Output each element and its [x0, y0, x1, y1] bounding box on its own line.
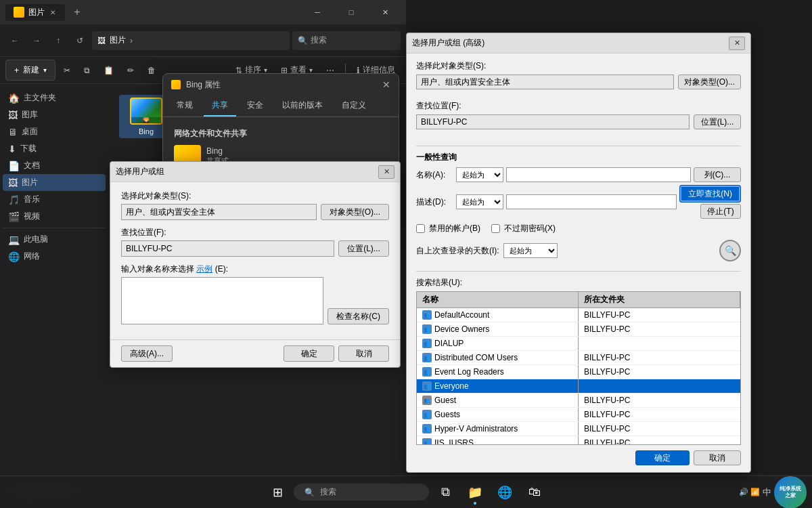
result-name: Device Owners: [434, 324, 489, 334]
minimize-button[interactable]: ─: [302, 0, 333, 24]
maximize-button[interactable]: □: [336, 0, 367, 24]
refresh-button[interactable]: ↺: [70, 31, 89, 50]
adv-desc-select[interactable]: 起始为: [456, 194, 503, 209]
cut-button[interactable]: ✂: [58, 63, 76, 78]
up-button[interactable]: ↑: [49, 31, 68, 50]
result-name-cell: 👥 Event Log Readers: [417, 365, 579, 379]
tab-close-icon[interactable]: ✕: [49, 7, 57, 18]
sidebar-item-desktop[interactable]: 🖥 桌面: [3, 123, 106, 140]
select-user-body: 选择此对象类型(S): 用户、组或内置安全主体 对象类型(O)... 查找位置(…: [110, 182, 400, 339]
small-ok-button[interactable]: 确定: [284, 345, 334, 362]
group-icon: 👥: [422, 438, 432, 445]
tab-share[interactable]: 共享: [204, 96, 236, 117]
sidebar-item-videos[interactable]: 🎬 视频: [3, 208, 106, 225]
check-names-button[interactable]: 检查名称(C): [328, 308, 389, 324]
adv-column-button[interactable]: 列(C)...: [694, 167, 741, 182]
adv-desc-label: 描述(D):: [416, 196, 453, 208]
sidebar-item-pictures[interactable]: 🖼 图片: [3, 174, 106, 191]
result-location-cell: BILLYFU-PC: [579, 408, 740, 421]
adv-cancel-button[interactable]: 取消: [694, 450, 741, 465]
adv-find-button[interactable]: 立即查找(N): [679, 185, 741, 203]
table-row[interactable]: 👥 Guest BILLYFU-PC: [417, 394, 740, 408]
table-row[interactable]: 👥 IIS_IUSRS BILLYFU-PC: [417, 436, 740, 445]
adv-results-header: 名称 所在文件夹: [417, 292, 740, 308]
noexpire-checkbox[interactable]: [491, 224, 500, 233]
forward-button[interactable]: →: [27, 31, 46, 50]
result-name-cell: 👥 Everyone: [417, 379, 579, 393]
tab-security[interactable]: 安全: [239, 96, 271, 117]
adv-name-select[interactable]: 起始为: [456, 167, 503, 182]
rename-button[interactable]: ✏: [122, 63, 139, 78]
taskbar-store[interactable]: 🛍: [521, 479, 548, 506]
table-row[interactable]: 👥 Guests BILLYFU-PC: [417, 408, 740, 422]
sidebar-item-documents[interactable]: 📄 文档: [3, 157, 106, 174]
explorer-taskbar-icon: 📁: [468, 485, 482, 500]
new-button[interactable]: + 新建 ▾: [5, 60, 55, 81]
paste-button[interactable]: 📋: [98, 63, 119, 78]
sidebar-item-network[interactable]: 🌐 网络: [3, 248, 106, 265]
search-box[interactable]: 🔍 搜索: [292, 31, 401, 50]
copy-button[interactable]: ⧉: [78, 63, 95, 78]
adv-name-input[interactable]: [506, 167, 691, 182]
group-icon: 👥: [422, 324, 432, 334]
close-button[interactable]: ✕: [369, 0, 401, 24]
back-button[interactable]: ←: [5, 31, 24, 50]
tab-customize[interactable]: 自定义: [334, 96, 374, 117]
object-type-value: 用户、组或内置安全主体: [126, 207, 215, 218]
adv-results-table[interactable]: 名称 所在文件夹 👥 DefaultAccount BILLYFU-PC 👥 D…: [416, 291, 741, 445]
search-icon: 🔍: [298, 36, 308, 45]
result-name: Guest: [434, 396, 456, 405]
adv-close-btn[interactable]: ✕: [729, 37, 745, 50]
new-icon: +: [14, 66, 19, 75]
tab-general[interactable]: 常规: [168, 96, 201, 117]
table-row[interactable]: 👥 Everyone: [417, 379, 740, 394]
adv-object-type-button[interactable]: 对象类型(O)...: [678, 75, 741, 89]
object-type-input-row: 用户、组或内置安全主体 对象类型(O)...: [121, 204, 389, 220]
adv-stop-button[interactable]: 停止(T): [700, 204, 741, 219]
table-row[interactable]: 👥 Event Log Readers BILLYFU-PC: [417, 365, 740, 379]
share-section-title: 网络文件和文件共享: [174, 128, 388, 140]
start-button[interactable]: ⊞: [264, 479, 291, 506]
corner-brand-logo[interactable]: 纯净系统之家: [774, 476, 807, 509]
sidebar-item-music[interactable]: 🎵 音乐: [3, 191, 106, 208]
table-row[interactable]: 👥 Distributed COM Users BILLYFU-PC: [417, 351, 740, 365]
examples-link[interactable]: 示例: [196, 264, 212, 274]
adv-win-controls: ✕: [729, 37, 745, 50]
advanced-button[interactable]: 高级(A)...: [121, 345, 173, 362]
taskbar-search-box[interactable]: 🔍 搜索: [294, 484, 429, 501]
address-bar[interactable]: 🖼 图片 ›: [92, 31, 290, 50]
table-row[interactable]: 👥 DefaultAccount BILLYFU-PC: [417, 308, 740, 322]
sidebar-item-home[interactable]: 🏠 主文件夹: [3, 89, 106, 106]
table-row[interactable]: 👥 DIALUP: [417, 337, 740, 351]
table-row[interactable]: 👥 Hyper-V Administrators BILLYFU-PC: [417, 422, 740, 436]
taskbar-edge[interactable]: 🌐: [491, 479, 518, 506]
group-icon: 👥: [422, 424, 432, 433]
bing-props-title: Bing 属性: [186, 79, 221, 91]
location-button[interactable]: 位置(L)...: [338, 240, 389, 257]
bing-props-titlebar: Bing 属性 ✕: [163, 74, 399, 96]
table-row[interactable]: 👥 Device Owners BILLYFU-PC: [417, 322, 740, 337]
tab-prev-versions[interactable]: 以前的版本: [274, 96, 331, 117]
new-tab-button[interactable]: +: [68, 3, 87, 22]
sidebar-item-gallery[interactable]: 🖼 图库: [3, 106, 106, 123]
object-type-row: 选择此对象类型(S): 用户、组或内置安全主体 对象类型(O)...: [121, 190, 389, 220]
adv-location-button[interactable]: 位置(L)...: [694, 114, 741, 129]
sidebar-item-this-pc[interactable]: 💻 此电脑: [3, 231, 106, 248]
small-cancel-button[interactable]: 取消: [338, 345, 389, 362]
bing-props-close-icon[interactable]: ✕: [382, 79, 390, 90]
disabled-checkbox[interactable]: [416, 224, 425, 233]
taskbar-explorer[interactable]: 📁: [461, 479, 489, 506]
adv-desc-input[interactable]: [506, 194, 677, 209]
task-view-button[interactable]: ⧉: [432, 479, 459, 506]
enter-object-textarea[interactable]: [121, 277, 323, 324]
object-type-button[interactable]: 对象类型(O)...: [321, 204, 389, 220]
results-container: 👥 DefaultAccount BILLYFU-PC 👥 Device Own…: [417, 308, 740, 445]
adv-ok-button[interactable]: 确定: [635, 450, 690, 465]
sidebar-item-downloads[interactable]: ⬇ 下载: [3, 140, 106, 157]
object-type-label: 选择此对象类型(S):: [121, 190, 389, 202]
adv-days-select[interactable]: 起始为: [503, 243, 558, 258]
result-name-cell: 👥 Device Owners: [417, 322, 579, 336]
explorer-tab-pictures[interactable]: 图片 ✕: [5, 4, 65, 21]
select-user-close-btn[interactable]: ✕: [378, 165, 394, 179]
delete-button[interactable]: 🗑: [142, 63, 161, 78]
